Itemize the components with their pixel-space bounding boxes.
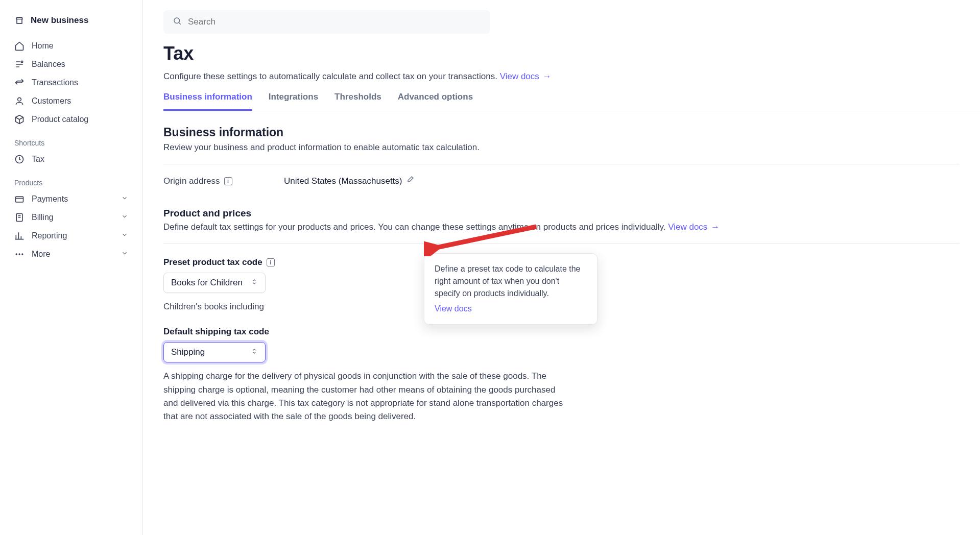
products-heading: Products <box>0 168 142 190</box>
tab-thresholds[interactable]: Thresholds <box>334 92 381 111</box>
sidebar-item-reporting[interactable]: Reporting <box>0 227 142 245</box>
sidebar-item-more[interactable]: More <box>0 245 142 263</box>
chevron-down-icon <box>121 213 128 222</box>
tab-advanced-options[interactable]: Advanced options <box>398 92 473 111</box>
info-icon[interactable]: i <box>267 258 275 266</box>
origin-address-label: Origin address i <box>163 176 276 186</box>
shortcuts-heading: Shortcuts <box>0 129 142 150</box>
tab-business-information[interactable]: Business information <box>163 92 252 111</box>
subsection-heading: Product and prices <box>163 208 960 219</box>
subsection-description: Define default tax settings for your pro… <box>163 222 960 232</box>
chart-icon <box>14 231 25 241</box>
sidebar-item-label: Home <box>32 41 128 51</box>
origin-address-value: United States (Massachusetts) <box>284 176 414 186</box>
sidebar-item-label: More <box>32 250 114 259</box>
tooltip-view-docs-link[interactable]: View docs <box>435 303 587 315</box>
svg-rect-3 <box>16 197 23 202</box>
divider <box>163 164 960 164</box>
svg-point-7 <box>21 253 23 255</box>
sidebar-item-label: Payments <box>32 194 114 204</box>
sidebar-item-label: Transactions <box>32 78 128 87</box>
clock-icon <box>14 154 25 164</box>
sidebar-item-label: Customers <box>32 96 128 106</box>
transactions-icon <box>14 78 25 88</box>
chevron-updown-icon <box>251 278 258 288</box>
chevron-down-icon <box>121 194 128 204</box>
search-icon <box>173 16 182 28</box>
home-icon <box>14 41 25 51</box>
sidebar-item-tax[interactable]: Tax <box>0 150 142 168</box>
shipping-tax-code-select[interactable]: Shipping <box>163 342 266 362</box>
sidebar-item-balances[interactable]: Balances <box>0 55 142 74</box>
arrow-right-icon: → <box>711 222 720 232</box>
sidebar-item-billing[interactable]: Billing <box>0 208 142 227</box>
sidebar-item-label: Product catalog <box>32 115 128 124</box>
info-icon[interactable]: i <box>224 177 232 185</box>
wallet-icon <box>14 194 25 204</box>
balances-icon <box>14 59 25 69</box>
preset-tax-code-select[interactable]: Books for Children <box>163 273 266 293</box>
search-input[interactable] <box>188 17 481 27</box>
sidebar-item-home[interactable]: Home <box>0 37 142 55</box>
view-docs-link[interactable]: View docs → <box>500 71 552 81</box>
tooltip-popover: Define a preset tax code to calculate th… <box>424 253 597 325</box>
page-description: Configure these settings to automaticall… <box>163 71 980 82</box>
sidebar-item-product-catalog[interactable]: Product catalog <box>0 110 142 129</box>
sidebar: New business Home Balances Transactions … <box>0 0 143 535</box>
more-icon <box>14 249 25 259</box>
search-bar[interactable] <box>163 10 490 34</box>
svg-point-6 <box>18 253 20 255</box>
section-heading: Business information <box>163 126 960 139</box>
view-docs-link[interactable]: View docs → <box>668 222 720 232</box>
sidebar-item-transactions[interactable]: Transactions <box>0 74 142 92</box>
arrow-right-icon: → <box>543 71 552 81</box>
sidebar-item-label: Billing <box>32 213 114 222</box>
tab-integrations[interactable]: Integrations <box>269 92 318 111</box>
chevron-down-icon <box>121 250 128 259</box>
billing-icon <box>14 212 25 223</box>
box-icon <box>14 114 25 125</box>
business-switcher[interactable]: New business <box>0 10 142 37</box>
business-name: New business <box>31 15 88 26</box>
sidebar-item-label: Tax <box>32 155 128 164</box>
svg-point-1 <box>18 98 21 101</box>
svg-point-0 <box>21 61 22 62</box>
sidebar-item-customers[interactable]: Customers <box>0 92 142 110</box>
svg-point-8 <box>174 18 180 23</box>
svg-point-5 <box>16 253 17 255</box>
shipping-help-text: A shipping charge for the delivery of ph… <box>163 370 572 423</box>
edit-icon[interactable] <box>406 176 414 186</box>
tabs: Business information Integrations Thresh… <box>163 92 980 111</box>
divider <box>163 244 960 244</box>
section-description: Review your business and product informa… <box>163 142 960 153</box>
page-title: Tax <box>163 43 980 64</box>
store-icon <box>14 15 25 26</box>
tooltip-text: Define a preset tax code to calculate th… <box>435 264 581 298</box>
customers-icon <box>14 96 25 106</box>
sidebar-item-label: Reporting <box>32 231 114 240</box>
chevron-down-icon <box>121 231 128 240</box>
sidebar-item-label: Balances <box>32 60 128 69</box>
origin-address-row: Origin address i United States (Massachu… <box>163 176 960 186</box>
chevron-updown-icon <box>251 347 258 357</box>
main-content: Tax Configure these settings to automati… <box>143 0 980 535</box>
sidebar-item-payments[interactable]: Payments <box>0 190 142 208</box>
shipping-tax-code-label: Default shipping tax code <box>163 327 960 337</box>
